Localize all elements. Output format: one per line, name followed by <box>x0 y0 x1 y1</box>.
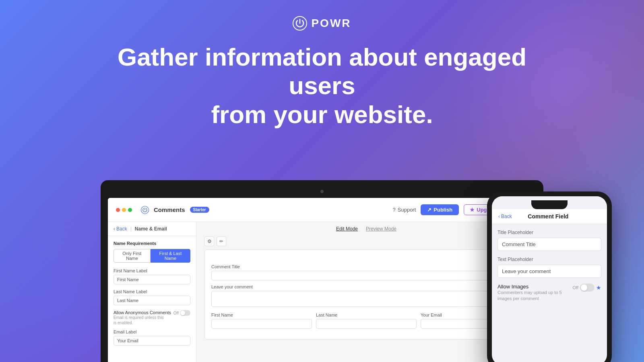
phone-switch-thumb <box>581 284 587 291</box>
phone-back-chevron-icon: ‹ <box>498 214 500 219</box>
only-first-name-btn[interactable]: Only First Name <box>114 249 151 263</box>
last-name-input[interactable] <box>114 296 190 305</box>
phone-container: ‹ Back Comment Field Title Placeholder T… <box>487 191 612 362</box>
logo-text: POWR <box>311 17 351 30</box>
star-icon: ★ <box>470 207 475 213</box>
allow-anonymous-desc: Email is required unless this is enabled… <box>114 315 166 325</box>
first-name-col-label: First Name <box>211 313 312 317</box>
last-name-col: Last Name <box>316 313 417 333</box>
app-logo-icon <box>141 206 149 214</box>
allow-images-switch[interactable] <box>580 284 594 292</box>
laptop-camera <box>320 190 324 193</box>
email-input[interactable] <box>114 336 190 346</box>
nav-title: Name & Email <box>135 226 167 232</box>
allow-anonymous-label: Allow Anonymous Comments <box>114 310 171 315</box>
allow-anonymous-toggle[interactable]: Off <box>173 310 190 316</box>
email-field-label: Email Label <box>114 329 190 334</box>
phone-screen-title: Comment Field <box>528 213 568 220</box>
last-name-col-label: Last Name <box>316 313 417 317</box>
toggle-off-label: Off <box>173 311 179 315</box>
main-content: Edit Mode Preview Mode ⚙ ✏ Write a... Co… <box>196 222 536 362</box>
title-placeholder-label: Title Placeholder <box>497 230 601 235</box>
switch-thumb <box>180 311 185 315</box>
edit-icon[interactable]: ✏ <box>217 237 226 246</box>
back-chevron-icon: ‹ <box>114 226 115 232</box>
first-name-form-input[interactable] <box>211 319 312 329</box>
sidebar: ‹ Back | Name & Email Name Requirements … <box>108 222 196 362</box>
allow-images-desc: Commenters may upload up to 5 images per… <box>497 290 562 302</box>
first-name-col: First Name <box>211 313 312 333</box>
allow-images-toggle-label: Off <box>573 285 578 290</box>
leave-comment-label: Leave your comment <box>211 284 521 289</box>
close-dot[interactable] <box>116 208 120 212</box>
powr-logo-icon <box>293 16 307 31</box>
content-area: ⚙ ✏ Write a... Comment Title Leave your … <box>196 234 536 342</box>
preview-mode-tab[interactable]: Preview Mode <box>366 226 396 232</box>
phone-screen: ‹ Back Comment Field Title Placeholder T… <box>492 196 607 362</box>
app-bar: Comments Starter ? Support ↗ Publish ★ <box>108 198 536 222</box>
comment-title-label: Comment Title <box>211 264 521 269</box>
premium-star-icon: ★ <box>596 284 601 291</box>
edit-mode-tab[interactable]: Edit Mode <box>336 226 358 232</box>
write-placeholder: Write a... <box>211 256 521 261</box>
first-last-name-btn[interactable]: First & Last Name <box>151 249 190 263</box>
last-name-form-input[interactable] <box>316 319 417 329</box>
allow-images-row: Allow Images Commenters may upload up to… <box>497 284 601 302</box>
first-name-input[interactable] <box>114 275 190 284</box>
name-email-row: First Name Last Name Your Email <box>211 313 521 333</box>
name-requirements-label: Name Requirements <box>114 241 190 246</box>
headline: Gather information about engaged users f… <box>101 43 543 129</box>
allow-images-toggle-group: Off ★ <box>573 284 601 292</box>
laptop: Comments Starter ? Support ↗ Publish ★ <box>101 180 543 362</box>
starter-badge: Starter <box>190 207 209 213</box>
leave-comment-textarea[interactable] <box>211 291 521 307</box>
fullscreen-dot[interactable] <box>128 208 132 212</box>
switch-track[interactable] <box>180 310 190 316</box>
allow-anonymous-row: Allow Anonymous Comments Email is requir… <box>114 310 190 325</box>
phone-status-bar <box>492 196 607 200</box>
phone-app-bar: ‹ Back Comment Field <box>492 209 607 224</box>
name-toggle-group: Only First Name First & Last Name <box>114 249 190 263</box>
phone-content: Title Placeholder Text Placeholder Allow… <box>492 224 607 309</box>
support-label: Support <box>398 207 416 213</box>
comment-title-input[interactable] <box>211 271 521 280</box>
title-placeholder-input[interactable] <box>497 238 601 251</box>
phone-notch <box>531 200 568 209</box>
window-controls <box>116 208 132 212</box>
phone-back-label: Back <box>501 214 512 219</box>
phone: ‹ Back Comment Field Title Placeholder T… <box>487 191 612 362</box>
toolbar-row: ⚙ ✏ <box>204 237 528 246</box>
allow-images-label: Allow Images <box>497 284 562 290</box>
mode-tabs: Edit Mode Preview Mode <box>196 222 536 234</box>
last-name-field-label: Last Name Label <box>114 289 190 294</box>
sidebar-nav: ‹ Back | Name & Email <box>108 222 196 236</box>
app-title: Comments <box>154 206 185 213</box>
publish-button[interactable]: ↗ Publish <box>421 204 459 215</box>
support-icon: ? <box>393 207 396 213</box>
share-icon: ↗ <box>427 207 431 213</box>
publish-label: Publish <box>433 207 452 213</box>
phone-back-button[interactable]: ‹ Back <box>498 214 512 219</box>
text-placeholder-input[interactable] <box>497 265 601 278</box>
logo-row: POWR <box>293 16 351 31</box>
back-label: Back <box>116 226 127 232</box>
sidebar-content: Name Requirements Only First Name First … <box>108 236 196 355</box>
settings-icon[interactable]: ⚙ <box>204 237 214 246</box>
support-button[interactable]: ? Support <box>393 207 416 213</box>
laptop-screen: Comments Starter ? Support ↗ Publish ★ <box>108 198 536 362</box>
comment-form: Write a... Comment Title Leave your comm… <box>204 249 528 339</box>
app-body: ‹ Back | Name & Email Name Requirements … <box>108 222 536 362</box>
minimize-dot[interactable] <box>122 208 126 212</box>
text-placeholder-label: Text Placeholder <box>497 257 601 262</box>
first-name-field-label: First Name Label <box>114 268 190 273</box>
back-button[interactable]: ‹ Back <box>114 226 127 232</box>
nav-separator: | <box>130 226 132 232</box>
headline-line2: from your website. <box>211 101 433 128</box>
headline-line1: Gather information about engaged users <box>118 43 526 99</box>
